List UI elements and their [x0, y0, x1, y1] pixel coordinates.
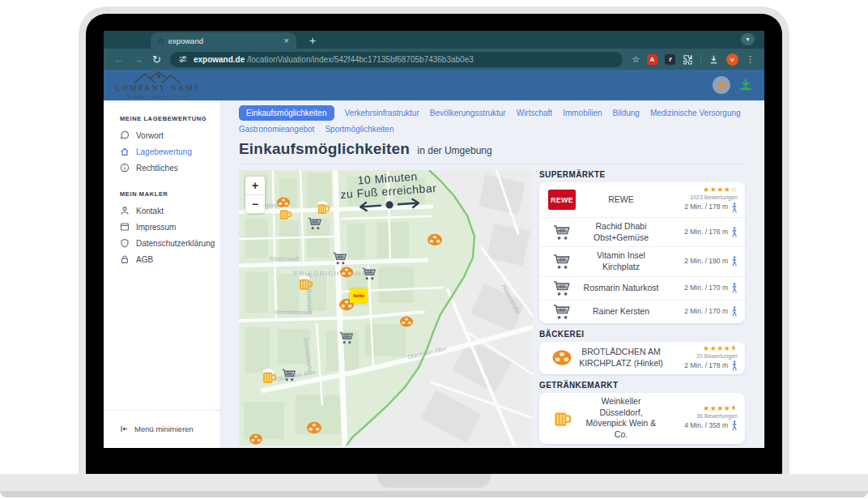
place-row-rachid-dhabi[interactable]: Rachid Dhabi Obst+Gemüse 2 Min. / 176 m — [539, 218, 745, 247]
tab-medizinische-versorgung[interactable]: Medizinische Versorgung — [650, 109, 741, 117]
downloads-icon[interactable] — [708, 54, 719, 65]
roofs-logo-icon — [129, 71, 187, 84]
distance-text: 2 Min. / 176 m — [684, 228, 728, 237]
theme-toggle-button[interactable] — [713, 76, 730, 94]
places-panel: SUPERMÄRKTE REWE REWE ★★★★☆ 1023 Bewertu… — [539, 170, 745, 448]
tab-bildung[interactable]: Bildung — [613, 109, 640, 117]
place-row-rewe[interactable]: REWE REWE ★★★★☆ 1023 Bewertungen 2 Min. … — [539, 182, 745, 218]
download-report-button[interactable] — [738, 78, 753, 92]
drinks-card: Weinkeller Düsseldorf, Mövenpick Wein & … — [539, 393, 745, 444]
laptop-mockup: ⌂ expowand × + ▾ ← → ↻ expowand.de /loca… — [0, 0, 868, 499]
map-marker-netto-logo[interactable]: Netto — [350, 288, 368, 303]
script-extension-icon[interactable]: f — [665, 54, 675, 65]
map-zoom-out-button[interactable]: − — [245, 195, 265, 213]
rewe-logo: REWE — [548, 190, 576, 210]
sidebar-item-label: AGB — [136, 255, 153, 264]
collapse-left-icon — [120, 424, 129, 433]
pdf-extension-icon[interactable]: A — [647, 54, 657, 65]
supermarkets-card: REWE REWE ★★★★☆ 1023 Bewertungen 2 Min. … — [539, 182, 745, 323]
place-row-brotlaedchen[interactable]: BROTLÄDCHEN AM KIRCHPLATZ (Hinkel) ★★★★★… — [539, 342, 745, 374]
map-marker-cart-icon[interactable] — [338, 331, 355, 348]
place-row-rosmarin[interactable]: Rosmarin Naturkost 2 Min. / 170 m — [539, 277, 745, 301]
shield-icon — [120, 238, 130, 248]
sidebar-item-impressum[interactable]: Impressum — [104, 219, 220, 235]
sidebar-item-vorwort[interactable]: Vorwort — [104, 127, 220, 143]
map-marker-pretzel-icon[interactable] — [426, 232, 444, 250]
place-name: Rosmarin Naturkost — [577, 283, 665, 294]
bookmark-star-icon[interactable]: ☆ — [632, 55, 640, 64]
browser-profile-avatar[interactable]: v — [726, 53, 738, 66]
url-path: /locationValuation/index/542f44bc17135bf… — [247, 55, 474, 64]
place-row-rainer-kersten[interactable]: Rainer Kersten 2 Min. / 170 m — [539, 301, 745, 323]
map-marker-pretzel-icon[interactable] — [248, 433, 264, 446]
tab-einkaufsmoeglichkeiten[interactable]: Einkaufsmöglichkeiten — [239, 105, 334, 121]
rating-stars: ★★★★★ — [703, 345, 738, 352]
section-title-supermaerkte: SUPERMÄRKTE — [539, 170, 745, 179]
tab-gastronomieangebot[interactable]: Gastronomieangebot — [239, 125, 314, 134]
tab-verkehrsinfrastruktur[interactable]: Verkehrsinfrastruktur — [345, 109, 419, 117]
toolbar-separator — [700, 54, 701, 64]
company-logo[interactable]: COMPANY NAME Slogan Goes Here — [115, 71, 202, 99]
site-settings-icon[interactable] — [178, 54, 188, 64]
walking-person-icon — [731, 227, 738, 237]
map-marker-beer-icon[interactable] — [262, 369, 277, 389]
map-marker-pretzel-icon[interactable] — [338, 266, 355, 282]
tab-wirtschaft[interactable]: Wirtschaft — [517, 109, 552, 117]
map-marker-beer-icon[interactable] — [298, 275, 313, 296]
tab-search-chevron-icon[interactable]: ▾ — [741, 33, 755, 45]
sidebar-section-title: MEIN MAKLER — [120, 190, 220, 198]
place-name: Rachid Dhabi Obst+Gemüse — [577, 221, 665, 243]
map-marker-pretzel-icon[interactable] — [305, 420, 323, 438]
page-title: Einkaufsmöglichkeiten — [239, 140, 410, 157]
cart-icon — [552, 224, 572, 241]
map-canvas[interactable]: + − 10 Minuten zu Fuß erreichbar — [239, 170, 533, 446]
map-marker-cart-icon[interactable] — [307, 217, 323, 234]
sidebar-item-lagebewertung[interactable]: Lagebewertung — [104, 143, 220, 160]
info-circle-icon — [120, 163, 130, 173]
cart-icon — [552, 304, 572, 320]
page-subtitle: in der Umgebung — [418, 145, 492, 156]
toolbar-icons: ☆ A f v ⋮ — [632, 53, 755, 66]
review-count: 1023 Bewertungen — [690, 194, 738, 201]
tab-immobilien[interactable]: Immobilien — [563, 109, 602, 117]
title-divider — [239, 164, 745, 164]
cart-icon — [552, 254, 572, 270]
sidebar-minimize-button[interactable]: Menü minimieren — [120, 424, 194, 433]
home-icon — [120, 147, 130, 156]
tab-bevoelkerungsstruktur[interactable]: Bevölkerungsstruktur — [430, 109, 506, 117]
browser-menu-kebab-icon[interactable]: ⋮ — [746, 54, 755, 65]
chat-bubble-icon — [120, 130, 130, 140]
person-icon — [120, 206, 130, 215]
map-zoom-in-button[interactable]: + — [245, 177, 265, 195]
browser-window-icon — [120, 222, 130, 232]
extensions-puzzle-icon[interactable] — [683, 54, 693, 65]
tab-close-icon[interactable]: × — [284, 36, 289, 45]
browser-tab[interactable]: ⌂ expowand × — [151, 32, 296, 49]
map-zoom-control: + − — [245, 177, 265, 213]
place-row-weinkeller[interactable]: Weinkeller Düsseldorf, Mövenpick Wein & … — [539, 393, 745, 444]
tab-sportmoeglichkeiten[interactable]: Sportmöglichkeiten — [325, 125, 394, 134]
address-bar[interactable]: expowand.de /locationValuation/index/542… — [170, 52, 623, 67]
page-title-row: Einkaufsmöglichkeiten in der Umgebung — [239, 140, 745, 158]
left-right-arrow-icon — [355, 197, 424, 213]
place-name: Rainer Kersten — [577, 306, 665, 318]
sidebar-item-agb[interactable]: AGB — [104, 251, 220, 267]
map-marker-beer-icon[interactable] — [279, 207, 292, 225]
sidebar-item-datenschutz[interactable]: Datenschutzerklärung — [104, 235, 220, 251]
sidebar-item-rechtliches[interactable]: Rechtliches — [104, 160, 220, 176]
map-marker-cart-icon[interactable] — [281, 369, 297, 386]
map-marker-cart-icon[interactable] — [361, 267, 377, 284]
tab-title: expowand — [168, 36, 279, 45]
sidebar-item-kontakt[interactable]: Kontakt — [104, 203, 220, 219]
map-marker-pretzel-icon[interactable] — [398, 315, 415, 331]
reload-button[interactable]: ↻ — [152, 54, 161, 65]
section-title-baeckerei: BÄCKEREI — [539, 330, 745, 339]
forward-button[interactable]: → — [133, 54, 143, 65]
sidebar-item-label: Rechtliches — [136, 164, 178, 173]
new-tab-button[interactable]: + — [309, 32, 316, 49]
browser-tab-strip: ⌂ expowand × + ▾ — [104, 31, 764, 49]
place-row-vitamin-insel[interactable]: Vitamin Insel Kirchplatz 2 Min. / 190 m — [539, 247, 745, 276]
sidebar-item-label: Lagebewertung — [136, 147, 192, 156]
place-name: REWE — [577, 194, 665, 206]
back-button[interactable]: ← — [113, 54, 124, 65]
